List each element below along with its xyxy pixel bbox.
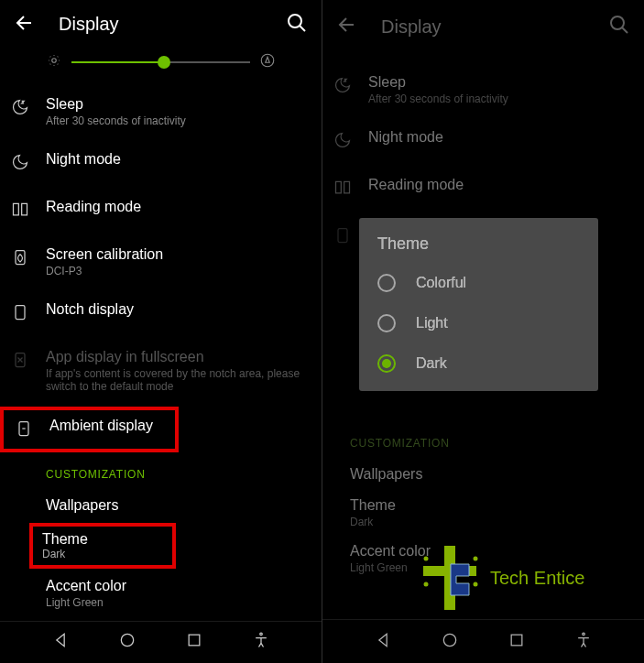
ambient-icon [15,419,33,441]
back-icon[interactable] [14,12,36,38]
nav-recent-icon[interactable] [185,631,203,653]
theme-sub: Dark [350,516,630,528]
svg-point-12 [443,634,455,646]
night-mode-label: Night mode [46,151,308,168]
nav-recent-icon[interactable] [508,631,526,653]
book-icon [333,179,352,201]
brightness-low-icon [46,52,62,72]
nav-back-icon[interactable] [51,631,70,653]
reading-mode-label: Reading mode [46,199,308,215]
theme-label: Theme [350,497,630,514]
fullscreen-sub: If app's content is covered by the notch… [46,367,308,393]
search-icon[interactable] [286,12,308,38]
sleep-item[interactable]: Sleep After 30 seconds of inactivity [0,84,322,139]
screen-calibration-item[interactable]: Screen calibration DCI-P3 [0,234,322,289]
expand-icon [11,351,29,373]
accent-label: Accent color [350,543,630,560]
ambient-label: Ambient display [49,418,164,434]
svg-point-0 [289,15,301,27]
nav-bar [322,619,644,663]
customization-header: CUSTOMIZATION [0,454,322,490]
moon-icon [11,153,29,175]
radio-icon [377,274,396,292]
wallpapers-label: Wallpapers [350,466,630,483]
back-icon[interactable] [336,14,358,39]
page-title: Display [381,16,608,38]
reading-mode-item[interactable]: Reading mode [0,187,322,234]
sleep-icon [333,76,352,98]
accent-color-item[interactable]: Accent color Light Green [0,571,322,621]
night-mode-label: Night mode [368,129,630,146]
fullscreen-label: App display in fullscreen [46,349,308,365]
radio-icon [377,314,396,332]
screen-cal-label: Screen calibration [46,246,308,263]
screen-cal-sub: DCI-P3 [46,265,308,277]
sleep-label: Sleep [368,74,630,91]
display-settings-panel-right: Display Sleep After 30 seconds of inacti… [322,0,644,663]
nav-accessibility-icon[interactable] [574,631,593,653]
accent-color-item[interactable]: Accent color Light Green [322,536,644,581]
sleep-label: Sleep [46,96,308,113]
phone-icon [11,303,29,325]
dialog-option-colorful[interactable]: Colorful [359,263,598,303]
theme-highlight: Theme Dark [29,523,176,569]
svg-point-9 [259,633,262,636]
accent-label: Accent color [46,578,308,594]
radio-selected-icon [377,354,396,373]
night-mode-item[interactable]: Night mode [0,139,322,187]
notch-label: Notch display [46,301,308,318]
header: Display [322,0,644,53]
nav-home-icon[interactable] [118,631,136,653]
search-icon[interactable] [608,14,630,39]
svg-point-14 [582,633,584,636]
night-mode-item[interactable]: Night mode [322,117,644,165]
svg-point-1 [52,58,57,62]
brightness-slider[interactable] [71,61,250,63]
option-label: Colorful [416,275,466,291]
svg-rect-13 [511,635,522,646]
svg-point-18 [474,582,478,587]
sleep-sub: After 30 seconds of inactivity [46,114,308,127]
wallpapers-item[interactable]: Wallpapers [322,459,644,490]
svg-point-20 [424,582,429,587]
theme-sub: Dark [42,548,163,560]
ambient-highlight: Ambient display [0,407,179,452]
calibration-icon [11,248,29,270]
dialog-option-dark[interactable]: Dark [359,343,598,384]
fullscreen-apps-item: App display in fullscreen If app's conte… [0,337,322,405]
svg-point-10 [611,16,624,29]
book-icon [11,201,29,223]
svg-point-7 [121,635,133,647]
customization-header: CUSTOMIZATION [322,423,644,459]
nav-accessibility-icon[interactable] [252,631,270,653]
header: Display [0,0,322,49]
nav-back-icon[interactable] [374,631,392,653]
sleep-sub: After 30 seconds of inactivity [368,92,630,105]
theme-dialog: Theme Colorful Light Dark [359,218,598,391]
svg-rect-4 [16,305,25,319]
page-title: Display [59,14,286,35]
option-label: Dark [416,355,447,372]
dialog-option-light[interactable]: Light [359,303,598,343]
ambient-display-item[interactable]: Ambient display [4,410,175,449]
reading-mode-label: Reading mode [368,177,630,193]
reading-mode-item[interactable]: Reading mode [322,165,644,212]
calibration-icon [333,226,352,248]
brightness-slider-row [0,49,322,75]
moon-icon [333,131,352,153]
nav-bar [0,621,322,663]
theme-item[interactable]: Theme Dark [322,490,644,536]
notch-display-item[interactable]: Notch display [0,289,322,337]
dialog-title: Theme [359,234,598,263]
accent-sub: Light Green [46,596,308,609]
wallpapers-item[interactable]: Wallpapers [0,490,322,521]
auto-brightness-icon[interactable] [259,52,276,72]
sleep-icon [11,98,29,120]
svg-rect-8 [189,635,200,646]
theme-item[interactable]: Theme Dark [42,531,163,560]
nav-home-icon[interactable] [441,631,459,653]
svg-rect-11 [338,229,347,243]
accent-sub: Light Green [350,561,630,574]
theme-label: Theme [42,531,163,548]
sleep-item[interactable]: Sleep After 30 seconds of inactivity [322,62,644,117]
